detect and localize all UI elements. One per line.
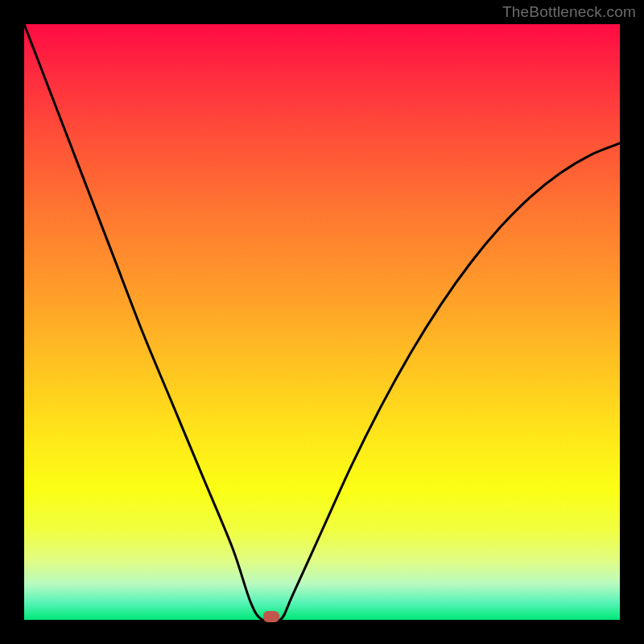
bottleneck-curve bbox=[24, 24, 620, 620]
watermark-text: TheBottleneck.com bbox=[502, 3, 636, 21]
chart-area bbox=[24, 24, 620, 620]
optimal-point-marker bbox=[263, 611, 279, 622]
